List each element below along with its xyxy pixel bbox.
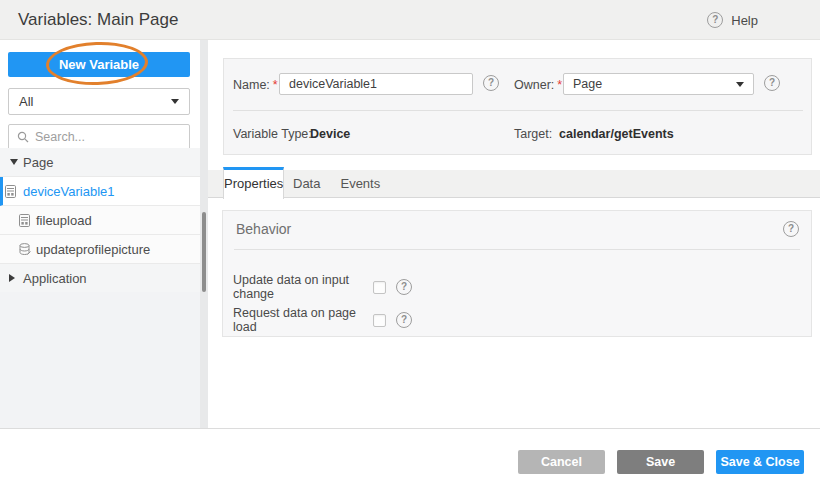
caret-down-icon — [10, 159, 18, 165]
target-label: Target: — [514, 127, 552, 141]
chevron-down-icon — [736, 82, 744, 87]
tree-group-page[interactable]: Page — [0, 148, 200, 177]
dialog-footer: Cancel Save Save & Close — [0, 428, 820, 486]
save-button[interactable]: Save — [617, 450, 704, 474]
tree-empty-area — [0, 292, 200, 428]
option-request-on-page-load: Request data on page load — [233, 306, 412, 334]
name-help-icon[interactable] — [483, 75, 499, 91]
behavior-help-icon[interactable] — [783, 221, 799, 237]
help-button[interactable]: Help — [707, 0, 758, 40]
tree-item-devicevariable1[interactable]: deviceVariable1 — [0, 177, 200, 206]
name-label: Name:* — [233, 78, 278, 92]
cancel-button[interactable]: Cancel — [518, 450, 605, 474]
live-variable-icon — [18, 243, 31, 256]
tree-group-label: Application — [23, 271, 87, 286]
variable-editor: Name:* Owner:* Page Variable Type: Devic… — [208, 40, 820, 428]
save-and-close-button[interactable]: Save & Close — [716, 450, 804, 474]
variable-filter-select[interactable]: All — [8, 88, 190, 115]
chevron-down-icon — [171, 99, 179, 104]
editor-tabbar: Data Events — [208, 170, 820, 198]
panel-divider — [233, 110, 803, 111]
tree-item-label: deviceVariable1 — [23, 184, 115, 199]
tab-events[interactable]: Events — [330, 170, 390, 198]
option-label: Update data on input change — [233, 273, 373, 301]
tree-group-application[interactable]: Application — [0, 264, 200, 293]
page-title: Variables: Main Page — [18, 0, 178, 40]
new-variable-button[interactable]: New Variable — [8, 52, 190, 77]
tree-group-label: Page — [23, 155, 53, 170]
option-label: Request data on page load — [233, 306, 373, 334]
device-variable-icon — [3, 185, 18, 198]
owner-selected-value: Page — [573, 77, 602, 91]
search-input[interactable] — [35, 130, 175, 144]
variables-sidebar: New Variable All Page deviceVariable1 — [0, 40, 200, 428]
filter-selected-value: All — [19, 94, 33, 109]
request-on-page-load-checkbox[interactable] — [373, 314, 386, 327]
tree-item-label: fileupload — [36, 213, 92, 228]
tree-item-label: updateprofilepicture — [36, 242, 150, 257]
tab-properties[interactable]: Properties — [223, 167, 284, 199]
search-icon — [17, 131, 29, 143]
variable-type-value: Device — [310, 127, 350, 141]
caret-right-icon — [9, 274, 15, 282]
behavior-section-title: Behavior — [236, 221, 291, 237]
sidebar-scrollbar-thumb[interactable] — [202, 212, 206, 292]
target-value: calendar/getEvents — [559, 127, 674, 141]
variable-type-label: Variable Type: — [233, 127, 312, 141]
help-icon — [707, 12, 723, 28]
dialog-header: Variables: Main Page Help — [0, 0, 820, 40]
update-on-input-change-checkbox[interactable] — [373, 281, 386, 294]
required-marker: * — [557, 78, 562, 92]
owner-label: Owner:* — [514, 78, 562, 92]
section-divider — [234, 249, 800, 250]
option-help-icon[interactable] — [396, 279, 412, 295]
tree-item-fileupload[interactable]: fileupload — [0, 206, 200, 235]
variable-summary-panel: Name:* Owner:* Page Variable Type: Devic… — [223, 58, 812, 155]
name-input[interactable] — [279, 73, 473, 95]
required-marker: * — [273, 78, 278, 92]
owner-select[interactable]: Page — [563, 73, 754, 95]
owner-help-icon[interactable] — [764, 75, 780, 91]
option-update-on-input-change: Update data on input change — [233, 273, 412, 301]
behavior-panel: Behavior Update data on input change Req… — [222, 210, 812, 337]
variables-dialog: Variables: Main Page Help New Variable A… — [0, 0, 820, 486]
tree-item-updateprofilepicture[interactable]: updateprofilepicture — [0, 235, 200, 264]
option-help-icon[interactable] — [396, 312, 412, 328]
variable-search — [8, 124, 190, 150]
tab-data[interactable]: Data — [283, 170, 330, 198]
sidebar-splitter[interactable] — [200, 40, 208, 428]
variables-tree: Page deviceVariable1 fileupload — [0, 148, 200, 293]
device-variable-icon — [18, 214, 31, 227]
help-label: Help — [731, 13, 758, 28]
